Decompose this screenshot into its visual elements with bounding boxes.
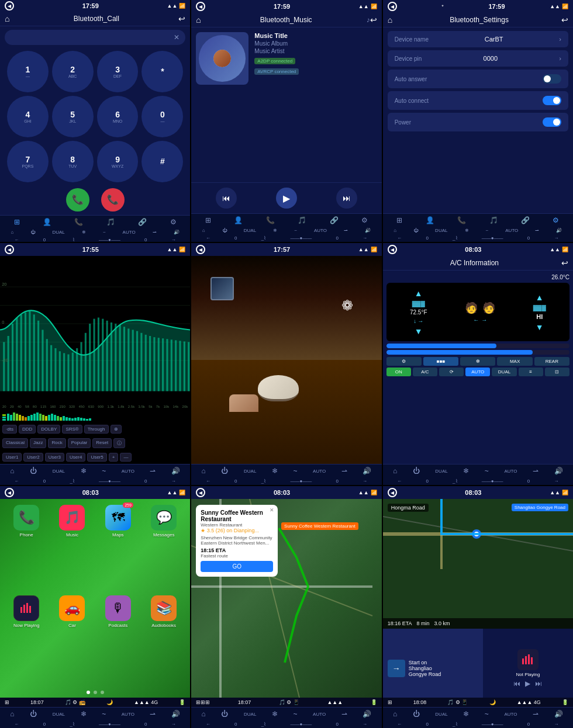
- defrost-icon-p4[interactable]: ~: [102, 467, 106, 475]
- snow-small-p2[interactable]: ❄: [273, 228, 277, 233]
- snow-small-p3[interactable]: ❄: [465, 228, 469, 233]
- power-toggle[interactable]: [543, 117, 561, 127]
- ac-max-btn[interactable]: MAX: [497, 357, 532, 366]
- setting-auto-answer[interactable]: Auto answer: [388, 70, 568, 88]
- auto-answer-toggle[interactable]: [543, 74, 561, 84]
- home-icon-p6[interactable]: ⌂: [393, 467, 397, 475]
- user-icon-p3[interactable]: 👤: [426, 216, 434, 224]
- music-icon-p2[interactable]: 🎵: [298, 216, 306, 224]
- call-search-input[interactable]: [11, 34, 174, 41]
- ac-settings-btn[interactable]: ⚙: [386, 357, 422, 366]
- defrost-icon-p8[interactable]: ~: [294, 710, 298, 718]
- link-icon-p3[interactable]: 🔗: [521, 216, 530, 224]
- vol-icon-p9[interactable]: 🔊: [554, 710, 563, 718]
- go-button[interactable]: GO: [201, 561, 273, 572]
- search-clear-icon[interactable]: ✕: [174, 33, 180, 41]
- power-icon-p9[interactable]: ⏻: [413, 710, 420, 718]
- eq-mode-dts[interactable]: ·dts: [2, 425, 17, 434]
- settings-icon-p1[interactable]: ⚙: [170, 218, 177, 226]
- home-icon-p5[interactable]: ⌂: [202, 467, 206, 475]
- eq-mode-dolby[interactable]: DOLBY: [37, 425, 60, 434]
- auto-connect-toggle[interactable]: [543, 96, 561, 105]
- nav-play-btn[interactable]: ▶: [525, 680, 530, 688]
- fan-small-p3[interactable]: ⇀: [535, 228, 539, 233]
- dial-btn-2[interactable]: 2ABC: [52, 51, 94, 92]
- power-icon-p8[interactable]: ⏻: [221, 710, 228, 718]
- app-car[interactable]: 🚗 Car: [51, 595, 92, 681]
- ac-dual-btn[interactable]: DUAL: [492, 368, 516, 376]
- fan-icon-p4[interactable]: ⇀: [150, 467, 156, 475]
- power-small-p1[interactable]: ⏻: [30, 230, 35, 235]
- arrow-left-p2[interactable]: ←: [206, 235, 210, 241]
- arrow-right-p7[interactable]: →: [171, 722, 176, 727]
- dial-btn-5[interactable]: 5JKL: [52, 96, 94, 137]
- seat-p9[interactable]: _⌇: [453, 722, 457, 727]
- back-circle-p8[interactable]: ◀: [196, 488, 205, 497]
- vol-small-p3[interactable]: 🔊: [556, 228, 562, 233]
- dial-btn-3[interactable]: 3DEF: [97, 51, 139, 92]
- vol-icon-p6[interactable]: 🔊: [554, 467, 563, 475]
- back-arrow-p1[interactable]: ↩: [178, 14, 185, 23]
- arrow-left-p5[interactable]: ←: [206, 479, 210, 484]
- seat-p5[interactable]: _⌇: [261, 479, 266, 484]
- fan-icon-p9[interactable]: ⇀: [533, 710, 539, 718]
- arrow-right-p4[interactable]: →: [171, 479, 176, 484]
- power-small-p3[interactable]: ⏻: [413, 228, 418, 233]
- arrow-left-p3[interactable]: ←: [397, 235, 402, 241]
- arrow-left-p4[interactable]: ←: [15, 479, 19, 484]
- defrost-small-p3[interactable]: ~: [486, 228, 489, 233]
- dial-btn-1[interactable]: 1—: [7, 51, 49, 92]
- music-icon-p1[interactable]: 🎵: [106, 218, 115, 226]
- vol-small-p1[interactable]: 🔊: [174, 230, 180, 235]
- home-small-p1[interactable]: ⌂: [11, 230, 14, 235]
- slider-p4[interactable]: ——●——: [99, 479, 120, 484]
- seat-p4[interactable]: _⌇: [70, 479, 74, 484]
- eq-user3[interactable]: User3: [45, 453, 64, 462]
- call-search-bar[interactable]: ✕: [5, 30, 185, 45]
- eq-user4[interactable]: User4: [66, 453, 85, 462]
- arrow-right-p8[interactable]: →: [363, 722, 367, 727]
- arrow-left-p8[interactable]: ←: [206, 722, 210, 727]
- app-music[interactable]: 🎵 Music: [51, 505, 92, 591]
- eq-user-add[interactable]: +: [109, 453, 119, 462]
- back-arrow-p3[interactable]: ↩: [561, 15, 568, 25]
- arrow-left-p7[interactable]: ←: [15, 722, 19, 727]
- back-circle-p4[interactable]: ◀: [5, 245, 14, 254]
- video-player[interactable]: ❁: [191, 256, 381, 464]
- settings-icon-p2[interactable]: ⚙: [361, 216, 368, 224]
- ac-on-btn[interactable]: ON: [386, 368, 411, 376]
- power-icon-p6[interactable]: ⏻: [413, 467, 420, 475]
- eq-user5[interactable]: User5: [87, 453, 106, 462]
- defrost-icon-p9[interactable]: ~: [485, 710, 489, 718]
- eq-preset-popular[interactable]: Popular: [68, 438, 91, 448]
- fan-icon-p5[interactable]: ⇀: [341, 467, 347, 475]
- ac-cool-btn[interactable]: ■■■: [423, 357, 458, 366]
- home-icon-p7[interactable]: ⌂: [10, 710, 14, 718]
- ac-vent-btn[interactable]: ⊡: [545, 368, 569, 376]
- dial-btn-9[interactable]: 9WXYZ: [97, 141, 139, 182]
- back-circle-p6[interactable]: ◀: [388, 245, 397, 254]
- home-icon-p8[interactable]: ⌂: [202, 710, 206, 718]
- home-small-p2[interactable]: ⌂: [202, 228, 205, 233]
- arrow-right-p2[interactable]: →: [363, 235, 367, 241]
- menu-icon-p3[interactable]: ⊞: [396, 216, 402, 224]
- vol-icon-p7[interactable]: 🔊: [171, 710, 180, 718]
- call-button[interactable]: 📞: [66, 188, 89, 212]
- snow-icon-p7[interactable]: ❄: [81, 710, 87, 718]
- back-circle-p1[interactable]: ◀: [5, 1, 14, 11]
- arrow-left-p9[interactable]: ←: [397, 722, 402, 727]
- music-icon-p3[interactable]: 🎵: [489, 216, 498, 224]
- dial-btn-star[interactable]: *: [141, 51, 183, 92]
- ac-auto-btn[interactable]: AUTO: [465, 368, 490, 376]
- seat-p7[interactable]: _⌇: [70, 722, 74, 727]
- arrow-right-p6[interactable]: →: [554, 479, 558, 484]
- user-icon-p1[interactable]: 👤: [43, 218, 51, 226]
- slider-p9[interactable]: ——●——: [482, 722, 503, 727]
- fan-icon-p6[interactable]: ⇀: [533, 467, 539, 475]
- defrost-icon-p5[interactable]: ~: [294, 467, 298, 475]
- dial-btn-8[interactable]: 8TUV: [52, 141, 94, 182]
- power-small-p2[interactable]: ⏻: [222, 228, 227, 233]
- phone-icon-p3[interactable]: 📞: [457, 216, 466, 224]
- defrost-small-p1[interactable]: ~: [103, 230, 106, 235]
- link-icon-p2[interactable]: 🔗: [330, 216, 339, 224]
